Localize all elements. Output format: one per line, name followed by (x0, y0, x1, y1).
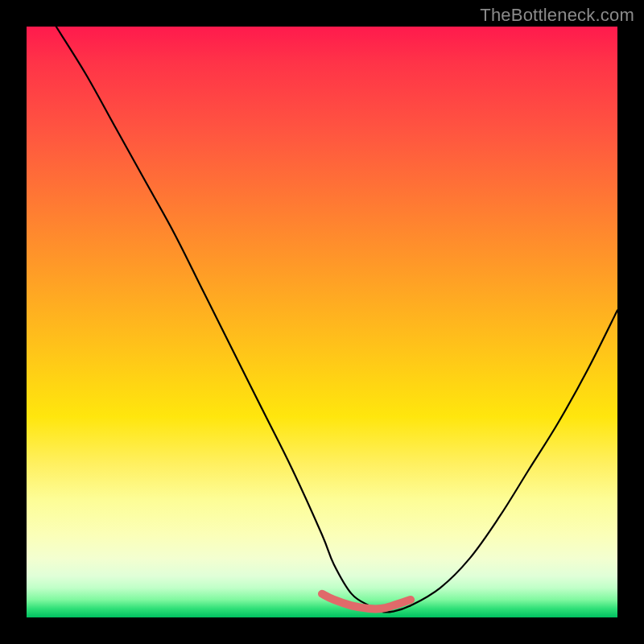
chart-svg (27, 27, 617, 617)
optimal-flat-highlight (322, 594, 411, 609)
chart-plot-area (27, 27, 617, 617)
chart-frame: TheBottleneck.com (0, 0, 644, 644)
watermark-text: TheBottleneck.com (480, 5, 634, 26)
bottleneck-curve (56, 27, 617, 613)
